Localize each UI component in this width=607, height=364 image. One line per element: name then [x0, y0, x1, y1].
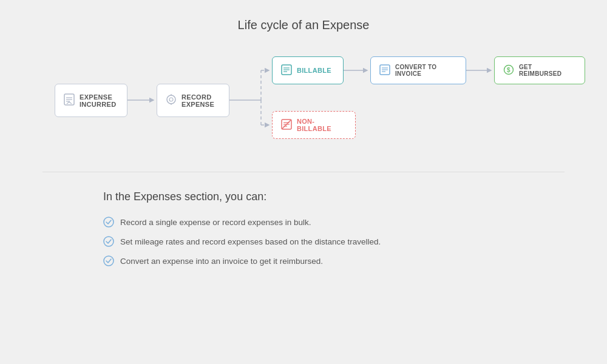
feature-text-1: Record a single expense or record expens… — [120, 218, 311, 227]
check-icon — [103, 236, 114, 247]
record-line1: RECORD — [181, 93, 214, 101]
list-item: Convert an expense into an invoice to ge… — [103, 255, 565, 266]
node-billable: BILLABLE — [272, 56, 344, 84]
check-icon — [103, 255, 114, 266]
svg-point-13 — [169, 98, 173, 101]
billable-icon — [281, 64, 292, 77]
svg-text:$: $ — [507, 67, 510, 73]
svg-point-32 — [104, 237, 114, 246]
node-expense: EXPENSE INCURRED — [55, 84, 127, 117]
expense-icon — [64, 93, 75, 107]
node-reimbursed: $ GET REIMBURSED — [494, 56, 585, 84]
convert-icon — [379, 64, 390, 77]
expense-line2: INCURRED — [80, 101, 116, 108]
bottom-section: In the Expenses section, you can: Record… — [42, 172, 565, 266]
check-icon — [103, 217, 114, 228]
record-line2: EXPENSE — [181, 101, 214, 108]
svg-point-31 — [104, 217, 114, 227]
reimbursed-icon: $ — [503, 64, 514, 77]
flowchart: EXPENSE INCURRED RECORD EXPENSE — [55, 50, 552, 144]
node-nonbillable: NON-BILLABLE — [272, 111, 356, 139]
section-title: In the Expenses section, you can: — [103, 190, 565, 203]
nonbillable-icon — [281, 119, 292, 132]
reimbursed-label: GET REIMBURSED — [519, 64, 576, 77]
page-title: Life cycle of an Expense — [238, 18, 370, 32]
top-section: Life cycle of an Expense — [0, 0, 607, 157]
billable-label: BILLABLE — [297, 67, 331, 74]
node-record: RECORD EXPENSE — [157, 84, 229, 117]
record-icon — [166, 93, 177, 107]
page-container: Life cycle of an Expense — [0, 0, 607, 364]
node-convert: CONVERT TO INVOICE — [370, 56, 466, 84]
svg-point-12 — [167, 95, 175, 104]
convert-label: CONVERT TO INVOICE — [395, 64, 457, 77]
expense-line1: EXPENSE — [80, 93, 116, 101]
svg-point-33 — [104, 256, 114, 266]
nonbillable-label: NON-BILLABLE — [297, 118, 347, 132]
list-item: Set mileage rates and record expenses ba… — [103, 236, 565, 247]
feature-text-3: Convert an expense into an invoice to ge… — [120, 257, 323, 266]
feature-list: Record a single expense or record expens… — [103, 217, 565, 266]
list-item: Record a single expense or record expens… — [103, 217, 565, 228]
feature-text-2: Set mileage rates and record expenses ba… — [120, 237, 381, 246]
